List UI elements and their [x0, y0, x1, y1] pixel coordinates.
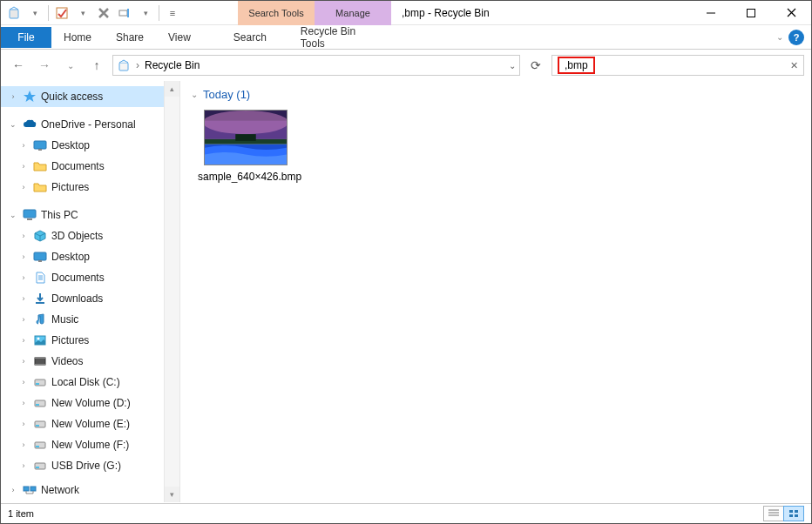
view-details-button[interactable]: [763, 506, 784, 521]
properties-icon[interactable]: [52, 3, 71, 23]
expand-icon[interactable]: ›: [18, 440, 29, 449]
expand-icon[interactable]: ›: [8, 486, 18, 494]
expand-icon[interactable]: ›: [18, 461, 29, 470]
recent-locations-icon[interactable]: ⌄: [60, 55, 81, 76]
quick-access-toolbar: ▾ ▾ ▾ ≡: [1, 3, 186, 23]
sidebar-item-onedrive[interactable]: ⌄ OneDrive - Personal: [1, 114, 164, 135]
help-icon[interactable]: ?: [788, 30, 804, 45]
collapse-icon[interactable]: ⌄: [8, 211, 18, 219]
svg-rect-5: [748, 9, 755, 17]
chevron-down-icon[interactable]: ▾: [73, 3, 92, 23]
expand-icon[interactable]: ›: [18, 183, 29, 191]
address-dropdown-icon[interactable]: ⌄: [509, 61, 516, 71]
svg-rect-16: [35, 358, 45, 365]
expand-icon[interactable]: ›: [18, 141, 29, 150]
sidebar-label: New Volume (F:): [51, 439, 129, 451]
sidebar-item-new-volume-d[interactable]: ›New Volume (D:): [1, 393, 164, 413]
tab-file[interactable]: File: [1, 27, 51, 48]
sidebar-label: Local Disk (C:): [51, 376, 120, 388]
expand-icon[interactable]: ›: [18, 336, 29, 345]
expand-icon[interactable]: ›: [18, 399, 29, 407]
expand-icon[interactable]: ›: [18, 232, 29, 240]
qat-customize-icon[interactable]: ≡: [163, 3, 182, 23]
sidebar-item-desktop[interactable]: ›Desktop: [1, 246, 164, 267]
expand-icon[interactable]: ›: [18, 420, 29, 428]
expand-icon[interactable]: ›: [18, 357, 29, 366]
delete-icon[interactable]: [94, 3, 113, 23]
minimize-button[interactable]: [691, 1, 731, 25]
group-header[interactable]: ⌄ Today (1): [191, 88, 801, 101]
view-icons-button[interactable]: [783, 506, 804, 521]
expand-icon[interactable]: ›: [18, 162, 29, 171]
close-button[interactable]: [771, 1, 811, 25]
ribbon-collapse-icon[interactable]: ⌄: [776, 32, 783, 42]
up-button[interactable]: ↑: [86, 55, 107, 76]
sidebar-item-network[interactable]: › Network: [1, 480, 164, 500]
back-button[interactable]: ←: [8, 55, 29, 76]
expand-icon[interactable]: ›: [18, 273, 29, 282]
status-count: 1 item: [8, 508, 34, 519]
tab-recycle-tools[interactable]: Recycle Bin Tools: [288, 25, 384, 50]
document-icon: [32, 271, 48, 285]
sidebar-label: Pictures: [51, 334, 89, 346]
recycle-bin-icon[interactable]: [4, 3, 24, 23]
collapse-icon[interactable]: ⌄: [8, 120, 18, 129]
svg-rect-2: [119, 10, 127, 16]
sidebar-item-this-pc[interactable]: ⌄ This PC: [1, 205, 164, 225]
expand-icon[interactable]: ›: [8, 92, 18, 101]
sidebar-item-videos[interactable]: ›Videos: [1, 351, 164, 372]
context-tab-search[interactable]: Search Tools: [238, 1, 315, 25]
sidebar-item-music[interactable]: ›Music: [1, 309, 164, 330]
sidebar-label: 3D Objects: [51, 230, 103, 242]
tab-search[interactable]: Search: [212, 25, 288, 50]
svg-rect-13: [36, 302, 44, 304]
breadcrumb-location[interactable]: Recycle Bin: [145, 59, 200, 71]
sidebar-item-downloads[interactable]: ›Downloads: [1, 288, 164, 309]
sidebar-item-documents[interactable]: › Documents: [1, 156, 164, 177]
refresh-button[interactable]: ⟳: [525, 55, 546, 76]
scroll-up-icon[interactable]: ▴: [165, 81, 179, 97]
expand-icon[interactable]: ›: [18, 378, 29, 386]
chevron-down-icon[interactable]: ▾: [25, 3, 44, 23]
clear-search-icon[interactable]: ✕: [790, 60, 798, 71]
context-tab-manage[interactable]: Manage: [315, 1, 391, 25]
sidebar-item-quick-access[interactable]: › Quick access: [1, 86, 164, 107]
title-bar: ▾ ▾ ▾ ≡ Search Tools Manage ,bmp - Recyc…: [1, 1, 811, 25]
disk-icon: [32, 375, 48, 389]
svg-rect-7: [34, 141, 46, 149]
sidebar-item-desktop[interactable]: › Desktop: [1, 135, 164, 156]
collapse-group-icon[interactable]: ⌄: [191, 90, 198, 99]
chevron-down-icon[interactable]: ▾: [136, 3, 155, 23]
expand-icon[interactable]: ›: [18, 315, 29, 324]
file-thumbnail: [204, 110, 288, 165]
sidebar-item-3d-objects[interactable]: ›3D Objects: [1, 225, 164, 246]
tab-view[interactable]: View: [156, 25, 203, 50]
sidebar-item-local-disk-c[interactable]: ›Local Disk (C:): [1, 372, 164, 393]
body: › Quick access ⌄ OneDrive - Personal › D…: [1, 81, 811, 502]
expand-icon[interactable]: ›: [18, 252, 29, 261]
sidebar-item-documents[interactable]: ›Documents: [1, 267, 164, 288]
rename-icon[interactable]: [115, 3, 134, 23]
maximize-button[interactable]: [731, 1, 771, 25]
sidebar-item-usb-drive-g[interactable]: ›USB Drive (G:): [1, 455, 164, 476]
file-name: sample_640×426.bmp: [198, 171, 294, 185]
sidebar-item-new-volume-f[interactable]: ›New Volume (F:): [1, 434, 164, 455]
sidebar-label: Downloads: [51, 292, 103, 305]
sidebar-item-new-volume-e[interactable]: ›New Volume (E:): [1, 413, 164, 434]
sidebar-item-pictures[interactable]: ›Pictures: [1, 330, 164, 351]
breadcrumb-chevron[interactable]: ›: [136, 59, 139, 71]
expand-icon[interactable]: ›: [18, 294, 29, 303]
forward-button[interactable]: →: [34, 55, 55, 76]
tab-share[interactable]: Share: [104, 25, 156, 50]
scroll-down-icon[interactable]: ▾: [165, 487, 179, 502]
search-highlight: ,bmp: [558, 57, 595, 74]
sidebar-label: Desktop: [51, 139, 90, 151]
sidebar-label: Pictures: [51, 181, 89, 193]
file-item[interactable]: sample_640×426.bmp: [198, 110, 294, 185]
search-box[interactable]: ,bmp ✕: [551, 55, 804, 76]
svg-rect-18: [35, 364, 45, 366]
tab-home[interactable]: Home: [51, 25, 104, 50]
sidebar-item-pictures[interactable]: › Pictures: [1, 177, 164, 198]
address-bar[interactable]: › Recycle Bin ⌄: [112, 55, 520, 76]
sidebar-label: Documents: [51, 272, 105, 284]
